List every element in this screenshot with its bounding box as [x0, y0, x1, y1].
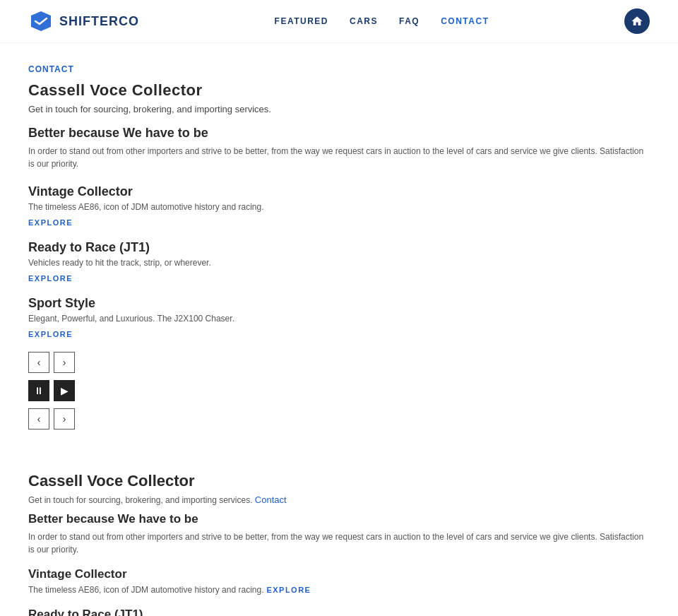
bottom-ready-block: Ready to Race (JT1) Vehicles ready to hi…: [28, 608, 650, 616]
nav-link-featured[interactable]: FEATURED: [275, 16, 328, 26]
page-subtitle: Get in touch for sourcing, brokering, an…: [28, 104, 650, 114]
vintage-explore-link[interactable]: EXPLORE: [28, 218, 73, 227]
play-button[interactable]: ▶: [54, 380, 75, 401]
bottom-vintage-explore-link[interactable]: EXPLORE: [266, 586, 311, 594]
ready-explore-link[interactable]: EXPLORE: [28, 274, 73, 283]
logo-icon: [28, 8, 54, 34]
page-title: Cassell Voce Collector: [28, 81, 650, 100]
next-icon: ›: [63, 357, 66, 368]
main-content: Contact Cassell Voce Collector Get in to…: [0, 43, 678, 458]
svg-marker-0: [31, 11, 51, 31]
nav-link-cars[interactable]: CARS: [350, 16, 378, 26]
bottom-vintage-title: Vintage Collector: [28, 567, 650, 581]
bottom-better-desc: In order to stand out from other importe…: [28, 531, 650, 556]
bottom-better-title: Better because We have to be: [28, 512, 650, 526]
logo-text: SHIFTERCO: [59, 14, 139, 29]
pause-button[interactable]: ⏸: [28, 380, 49, 401]
prev-next-controls: ‹ ›: [28, 352, 650, 373]
next2-button[interactable]: ›: [54, 408, 75, 430]
contact-top-label: Contact: [28, 64, 650, 74]
bottom-contact-link[interactable]: Contact: [255, 494, 287, 505]
better-title: Better because We have to be: [28, 126, 650, 141]
prev2-icon: ‹: [37, 413, 41, 425]
next-button[interactable]: ›: [54, 352, 75, 373]
navigation: SHIFTERCO FEATURED CARS FAQ CONTACT: [0, 0, 678, 43]
vintage-block: Vintage Collector The timeless AE86, ico…: [28, 184, 650, 227]
vintage-title: Vintage Collector: [28, 184, 650, 199]
home-button[interactable]: [624, 8, 650, 34]
bottom-vintage-block: Vintage Collector The timeless AE86, ico…: [28, 567, 650, 595]
prev-icon: ‹: [37, 357, 41, 368]
bottom-ready-title: Ready to Race (JT1): [28, 608, 650, 616]
bottom-section: Cassell Voce Collector Get in touch for …: [0, 458, 678, 616]
prev2-button[interactable]: ‹: [28, 408, 49, 430]
logo-area: SHIFTERCO: [28, 8, 139, 34]
nav-link-contact[interactable]: CONTACT: [441, 16, 489, 26]
better-desc: In order to stand out from other importe…: [28, 145, 650, 170]
bottom-page-subtitle: Get in touch for sourcing, brokering, an…: [28, 494, 650, 505]
ready-block: Ready to Race (JT1) Vehicles ready to hi…: [28, 240, 650, 283]
nav-icon-area: [624, 8, 650, 34]
nav-links: FEATURED CARS FAQ CONTACT: [275, 16, 489, 26]
ready-desc: Vehicles ready to hit the track, strip, …: [28, 258, 650, 268]
bottom-subtitle-text: Get in touch for sourcing, brokering, an…: [28, 495, 252, 505]
sport-explore-link[interactable]: EXPLORE: [28, 330, 73, 338]
pause-icon: ⏸: [34, 385, 44, 396]
pause-play-controls: ⏸ ▶: [28, 380, 650, 401]
vintage-desc: The timeless AE86, icon of JDM automotiv…: [28, 202, 650, 212]
sport-desc: Elegant, Powerful, and Luxurious. The J2…: [28, 314, 650, 324]
ready-title: Ready to Race (JT1): [28, 240, 650, 255]
bottom-page-title: Cassell Voce Collector: [28, 472, 650, 490]
prev-next-controls-2: ‹ ›: [28, 408, 650, 430]
home-icon: [631, 15, 643, 28]
play-icon: ▶: [61, 385, 69, 396]
prev-button[interactable]: ‹: [28, 352, 49, 373]
bottom-vintage-desc: The timeless AE86, icon of JDM automotiv…: [28, 585, 264, 595]
sport-title: Sport Style: [28, 296, 650, 311]
sport-block: Sport Style Elegant, Powerful, and Luxur…: [28, 296, 650, 339]
nav-link-faq[interactable]: FAQ: [399, 16, 420, 26]
next2-icon: ›: [63, 413, 66, 425]
